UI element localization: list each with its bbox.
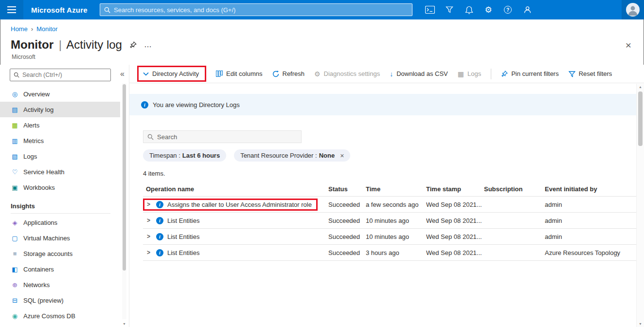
sidebar-item-logs[interactable]: ▧ Logs (0, 148, 120, 164)
sidebar-scrollbar[interactable] (122, 83, 126, 319)
column-time-stamp[interactable]: Time stamp (426, 185, 484, 193)
toolbar-label: Pin current filters (511, 70, 559, 77)
download-csv-button[interactable]: ↓ Download as CSV (390, 70, 448, 78)
help-icon[interactable]: ? (498, 0, 518, 19)
more-actions-icon[interactable]: … (144, 40, 152, 49)
sidebar-item-workbooks[interactable]: ▣ Workbooks (0, 180, 120, 195)
info-banner: i You are viewing Directory Logs (129, 94, 636, 115)
storage-accounts-icon: ≡ (11, 250, 19, 257)
expand-row-icon[interactable]: > (147, 201, 152, 208)
table-row[interactable]: > i List Entities Succeeded 10 minutes a… (143, 229, 636, 245)
sidebar: « ◎ Overview ▤ Activity log ▦ Alerts ▥ M… (0, 65, 129, 327)
page-title-primary: Monitor (11, 38, 54, 51)
main-scrollbar-thumb[interactable] (638, 91, 643, 146)
operation-name[interactable]: List Entities (167, 217, 199, 224)
breadcrumb-monitor-link[interactable]: Monitor (36, 25, 57, 33)
column-subscription[interactable]: Subscription (484, 185, 545, 193)
table-row[interactable]: > i List Entities Succeeded 10 minutes a… (143, 213, 636, 229)
operation-name[interactable]: List Entities (167, 249, 199, 256)
sidebar-item-cosmos-db[interactable]: ◉ Azure Cosmos DB (0, 308, 120, 324)
hamburger-menu-icon[interactable] (0, 0, 23, 19)
scroll-down-icon[interactable]: ▼ (637, 322, 644, 326)
sidebar-item-storage-accounts[interactable]: ≡ Storage accounts (0, 246, 120, 261)
sidebar-item-virtual-machines[interactable]: ▢ Virtual Machines (0, 230, 120, 246)
sidebar-scrollbar-thumb[interactable] (123, 84, 126, 271)
info-icon: i (141, 101, 148, 109)
diagnostics-settings-button[interactable]: ⚙ Diagnostics settings (314, 70, 380, 78)
gear-icon: ⚙ (314, 70, 321, 78)
collapse-sidebar-icon[interactable]: « (120, 70, 125, 78)
sidebar-search[interactable] (10, 69, 111, 81)
time-value: 10 minutes ago (366, 217, 426, 224)
sidebar-scroll-down-icon[interactable]: ▼ (122, 322, 126, 326)
metrics-icon: ▥ (11, 137, 19, 145)
main-content: Directory Activity Edit columns Refresh … (129, 65, 644, 327)
logs-icon: ▧ (11, 153, 19, 160)
settings-gear-icon[interactable]: ⚙ (479, 0, 498, 19)
global-search[interactable] (100, 3, 412, 16)
sidebar-item-alerts[interactable]: ▦ Alerts (0, 117, 120, 133)
sidebar-item-label: Overview (23, 91, 50, 98)
virtual-machines-icon: ▢ (11, 235, 19, 242)
toolbar-divider (491, 69, 491, 79)
sidebar-item-label: Containers (23, 266, 54, 273)
topbar-icon-group: ⚙ ? (420, 0, 537, 19)
edit-columns-button[interactable]: Edit columns (216, 70, 262, 77)
close-blade-icon[interactable]: × (626, 40, 631, 50)
main-scrollbar[interactable]: ▲ ▼ (636, 84, 644, 327)
account-avatar[interactable] (622, 0, 644, 19)
sidebar-item-sql[interactable]: ⊟ SQL (preview) (0, 292, 120, 308)
directory-activity-button[interactable]: Directory Activity (143, 70, 199, 77)
remove-filter-icon[interactable]: × (340, 152, 344, 159)
logs-button[interactable]: ▦ Logs (458, 70, 481, 78)
brand-title[interactable]: Microsoft Azure (31, 6, 88, 14)
operation-name[interactable]: Assigns the caller to User Access Admini… (167, 201, 312, 208)
feedback-icon[interactable] (518, 0, 537, 19)
initiated-by-value: Azure Resources Topology (545, 249, 636, 256)
sidebar-item-containers[interactable]: ◧ Containers (0, 261, 120, 277)
pin-icon (501, 71, 508, 77)
refresh-button[interactable]: Refresh (272, 70, 305, 77)
sidebar-search-input[interactable] (22, 72, 107, 78)
avatar-icon (626, 3, 640, 17)
download-icon: ↓ (390, 70, 393, 78)
global-search-input[interactable] (114, 6, 408, 14)
scroll-up-icon[interactable]: ▲ (637, 85, 644, 89)
sidebar-item-label: Metrics (23, 137, 44, 145)
filter-search-input[interactable] (157, 133, 297, 141)
pin-current-filters-button[interactable]: Pin current filters (501, 70, 559, 77)
directory-filter-icon[interactable] (440, 0, 459, 19)
breadcrumb: Home › Monitor (11, 25, 57, 33)
initiated-by-value: admin (545, 201, 636, 208)
operation-cell: > i Assigns the caller to User Access Ad… (143, 199, 328, 211)
expand-row-icon[interactable]: > (147, 233, 152, 240)
column-operation-name[interactable]: Operation name (143, 185, 328, 193)
sidebar-item-metrics[interactable]: ▥ Metrics (0, 133, 120, 148)
breadcrumb-home-link[interactable]: Home (11, 25, 28, 33)
status-value: Succeeded (328, 217, 366, 224)
sidebar-item-overview[interactable]: ◎ Overview (0, 86, 120, 102)
pin-blade-icon[interactable] (129, 41, 137, 49)
reset-filters-button[interactable]: Reset filters (569, 70, 612, 77)
table-row[interactable]: > i List Entities Succeeded 3 hours ago … (143, 245, 636, 261)
sidebar-item-applications[interactable]: ◈ Applications (0, 215, 120, 230)
timespan-filter-pill[interactable]: Timespan : Last 6 hours (143, 149, 226, 162)
expand-row-icon[interactable]: > (147, 249, 152, 256)
operation-cell: > i List Entities (143, 249, 328, 256)
table-row[interactable]: > i Assigns the caller to User Access Ad… (143, 197, 636, 213)
cloud-shell-icon[interactable] (420, 0, 440, 19)
sidebar-item-networks[interactable]: ⊕ Networks (0, 277, 120, 292)
sidebar-item-service-health[interactable]: ♡ Service Health (0, 164, 120, 180)
column-event-initiated-by[interactable]: Event initiated by (545, 185, 636, 193)
notifications-icon[interactable] (459, 0, 479, 19)
filter-search[interactable] (143, 130, 302, 143)
column-status[interactable]: Status (328, 185, 366, 193)
tenant-resource-provider-filter-pill[interactable]: Tenant Resource Provider : None × (234, 149, 350, 162)
pill-label: Timespan : (149, 152, 180, 159)
column-time[interactable]: Time (366, 185, 426, 193)
sidebar-item-activity-log[interactable]: ▤ Activity log (0, 102, 120, 117)
expand-row-icon[interactable]: > (147, 217, 152, 224)
info-icon: i (156, 249, 163, 256)
operation-name[interactable]: List Entities (167, 233, 199, 240)
timestamp-value: Wed Sep 08 2021... (426, 249, 484, 256)
